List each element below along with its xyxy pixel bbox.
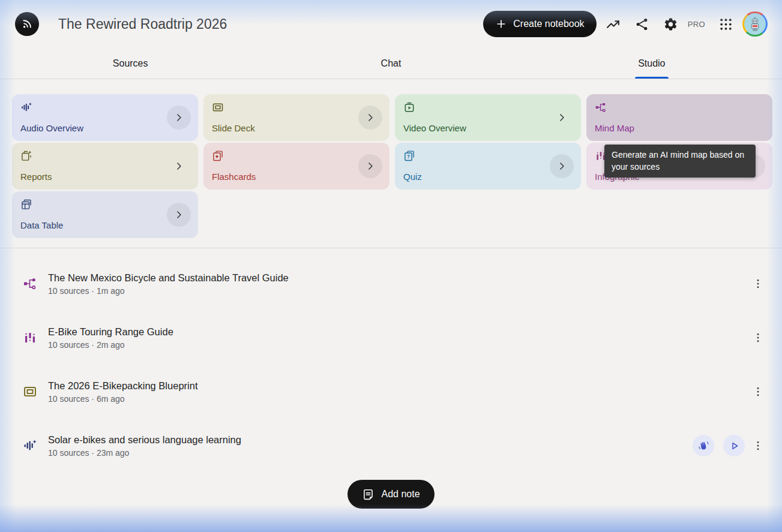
list-item-text: E-Bike Touring Range Guide 10 sources · …	[48, 326, 751, 350]
interactive-mode-hand-icon[interactable]	[693, 435, 714, 456]
audio-player-actions	[693, 435, 745, 456]
notebooklm-logo-icon[interactable]	[15, 12, 39, 36]
flashcards-star-icon	[212, 150, 381, 162]
card-label: Video Overview	[403, 123, 573, 133]
app-header: The Rewired Roadtrip 2026 Create noteboo…	[0, 0, 782, 48]
list-item-title: The 2026 E-Bikepacking Blueprint	[48, 380, 751, 392]
card-label: Audio Overview	[20, 123, 190, 133]
data-table-icon	[20, 199, 190, 211]
card-label: Data Table	[20, 220, 190, 230]
robot-avatar-image	[744, 13, 766, 35]
quiz-cards-icon: ?	[403, 150, 573, 162]
add-note-container: Add note	[0, 480, 782, 509]
reports-sparkle-icon	[20, 150, 190, 162]
create-notebook-label: Create notebook	[513, 19, 584, 29]
list-item-mind-map[interactable]: The New Mexico Bicycle and Sustainable T…	[0, 257, 782, 311]
note-icon	[362, 488, 374, 501]
chevron-right-icon[interactable]	[550, 154, 574, 178]
more-options-icon[interactable]	[751, 434, 765, 458]
pro-badge: PRO	[688, 20, 705, 29]
analytics-trending-icon[interactable]	[601, 12, 625, 36]
list-item-text: The New Mexico Bicycle and Sustainable T…	[48, 272, 751, 296]
slide-deck-icon	[23, 384, 37, 399]
mind-map-icon	[595, 101, 764, 113]
more-options-icon[interactable]	[751, 326, 765, 350]
card-flashcards[interactable]: Flashcards	[203, 143, 389, 190]
card-label: Flashcards	[212, 172, 381, 182]
tab-studio[interactable]: Studio	[522, 48, 782, 79]
card-label: Reports	[20, 172, 190, 182]
chevron-right-icon[interactable]	[167, 154, 191, 178]
chevron-right-icon[interactable]	[167, 106, 191, 130]
share-icon[interactable]	[630, 12, 654, 36]
more-options-icon[interactable]	[751, 272, 765, 296]
card-quiz[interactable]: ? Quiz	[395, 143, 581, 190]
card-label: Quiz	[403, 172, 573, 182]
card-label: Mind Map	[595, 123, 764, 133]
add-note-button[interactable]: Add note	[347, 480, 434, 509]
create-notebook-button[interactable]: Create notebook	[483, 11, 596, 37]
active-tab-underline	[635, 77, 669, 79]
mind-map-icon	[23, 276, 37, 291]
plus-icon	[495, 18, 507, 30]
list-item-title: The New Mexico Bicycle and Sustainable T…	[48, 272, 751, 284]
tab-chat-label: Chat	[381, 58, 402, 69]
list-item-slide-deck[interactable]: The 2026 E-Bikepacking Blueprint 10 sour…	[0, 365, 782, 419]
list-item-meta: 10 sources · 23m ago	[48, 448, 693, 458]
list-item-meta: 10 sources · 1m ago	[48, 286, 751, 296]
list-item-audio-overview[interactable]: Solar e-bikes and serious language learn…	[0, 419, 782, 473]
chevron-right-icon[interactable]	[358, 106, 382, 130]
list-item-infographic[interactable]: E-Bike Touring Range Guide 10 sources · …	[0, 311, 782, 365]
card-audio-overview[interactable]: Audio Overview	[12, 94, 198, 141]
tab-sources[interactable]: Sources	[0, 48, 260, 79]
audio-waveform-sparkle-icon	[20, 101, 190, 113]
list-item-title: Solar e-bikes and serious language learn…	[48, 434, 693, 446]
card-label: Slide Deck	[212, 123, 381, 133]
panel-tabs: Sources Chat Studio	[0, 48, 782, 79]
card-slide-deck[interactable]: Slide Deck	[203, 94, 389, 141]
add-note-label: Add note	[381, 489, 420, 500]
infographic-bars-icon	[23, 330, 37, 345]
chevron-right-icon[interactable]	[358, 154, 382, 178]
account-avatar[interactable]	[742, 11, 768, 37]
mind-map-tooltip: Generate an AI mind map based on your so…	[604, 145, 756, 178]
chevron-right-icon[interactable]	[167, 203, 191, 227]
tab-chat[interactable]: Chat	[260, 48, 521, 79]
card-video-overview[interactable]: Video Overview	[395, 94, 581, 141]
slide-deck-icon	[212, 101, 381, 113]
card-mind-map[interactable]: Mind Map	[586, 94, 772, 141]
notebook-title[interactable]: The Rewired Roadtrip 2026	[58, 16, 227, 32]
header-actions: Create notebook PRO	[483, 11, 768, 37]
chevron-right-icon[interactable]	[550, 106, 574, 130]
list-item-title: E-Bike Touring Range Guide	[48, 326, 751, 338]
card-data-table[interactable]: Data Table	[12, 191, 198, 238]
settings-gear-icon[interactable]	[659, 12, 683, 36]
play-icon[interactable]	[723, 435, 745, 456]
google-apps-grid-icon[interactable]	[714, 12, 738, 36]
list-item-text: Solar e-bikes and serious language learn…	[48, 434, 693, 458]
card-reports[interactable]: Reports	[12, 143, 198, 190]
svg-text:?: ?	[407, 154, 410, 160]
more-options-icon[interactable]	[751, 380, 765, 404]
list-item-text: The 2026 E-Bikepacking Blueprint 10 sour…	[48, 380, 751, 404]
tab-studio-label: Studio	[638, 58, 665, 69]
list-item-meta: 10 sources · 6m ago	[48, 394, 751, 404]
video-overview-icon	[403, 101, 573, 113]
list-item-meta: 10 sources · 2m ago	[48, 340, 751, 350]
studio-output-list: The New Mexico Bicycle and Sustainable T…	[0, 248, 782, 473]
tab-sources-label: Sources	[113, 58, 148, 69]
audio-waveform-sparkle-icon	[23, 438, 37, 453]
